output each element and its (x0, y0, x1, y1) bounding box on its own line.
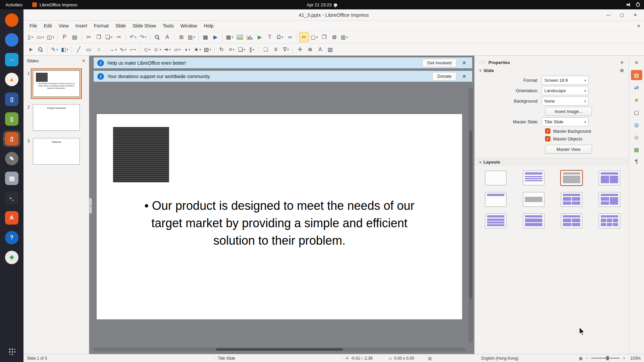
maximize-button[interactable]: ▢ (618, 11, 626, 19)
insert-chart-button[interactable] (245, 32, 255, 42)
horizontal-scrollbar[interactable] (93, 348, 466, 351)
insert-media-button[interactable]: ▶ (255, 32, 265, 42)
dock-ubuntu-software[interactable]: A (3, 210, 20, 226)
find-and-replace-button[interactable] (152, 32, 162, 42)
tab-animation[interactable]: ★ (631, 95, 642, 105)
master-view-button[interactable]: Master View (545, 145, 592, 154)
export-as-pdf-button[interactable]: P (60, 32, 69, 42)
dock-app-grid[interactable] (3, 343, 20, 359)
points-button[interactable]: ✛ (295, 45, 305, 55)
flowchart-shapes-button[interactable]: ▱▾ (172, 45, 182, 55)
vertical-scrollbar-thumb[interactable] (469, 131, 472, 299)
stars-and-banners-button[interactable]: ★▾ (193, 45, 202, 55)
basic-shapes-button[interactable]: ◇▾ (142, 45, 152, 55)
zoom-slider[interactable] (591, 358, 620, 359)
get-involved-button[interactable]: Get involved (422, 59, 457, 67)
horizontal-scrollbar-thumb[interactable] (216, 348, 342, 351)
format-select[interactable]: Screen 16:9 ▾ (542, 76, 589, 85)
zoom-out-icon[interactable]: − (586, 356, 588, 361)
current-app-indicator[interactable]: LibreOffice Impress (32, 2, 77, 7)
close-window-button[interactable]: ✕ (631, 11, 639, 19)
delete-slide-button[interactable]: ⊠ (329, 32, 339, 42)
layout-title-content[interactable] (561, 171, 582, 185)
slide-bullet-text[interactable]: •Our product is designed to meet the nee… (142, 197, 417, 250)
insert-text-box-button[interactable]: T (265, 32, 275, 42)
slide-thumbnail-3[interactable]: 3Features (24, 138, 86, 165)
vertical-scrollbar[interactable] (469, 87, 473, 343)
slide-thumbnail-2[interactable]: 2Product Overview (24, 104, 86, 131)
insert-table-button[interactable]: ▦▾ (225, 32, 234, 42)
curves-and-polygons-button[interactable]: ∿▾ (118, 45, 128, 55)
tab-shapes[interactable]: ◇ (631, 132, 642, 142)
dock-files[interactable]: ▤ (3, 170, 20, 186)
menu-insert[interactable]: Insert (72, 22, 91, 30)
callout-shapes-button[interactable]: ◗▾ (182, 45, 192, 55)
insert-line-button[interactable]: ╱ (74, 45, 84, 55)
distribution-button[interactable]: ∥▾ (247, 45, 257, 55)
dock-libreoffice-writer[interactable]: ▯ (3, 91, 20, 107)
master-slide-status[interactable]: Title Slide (218, 356, 338, 361)
close-infobar-icon[interactable]: ✕ (460, 73, 469, 79)
volume-icon[interactable] (627, 3, 631, 7)
dock-software-updater[interactable]: ❖ (3, 249, 20, 265)
clock-menu[interactable]: Apr 21 23:23 (307, 2, 337, 7)
rectangle-button[interactable]: ▭ (84, 45, 94, 55)
slide-thumb-canvas[interactable]: Features (33, 138, 80, 165)
master-slide-select[interactable]: Title Slide ▾ (542, 117, 589, 126)
menu-window[interactable]: Window (177, 22, 201, 30)
master-slide-button[interactable]: ▩ (201, 32, 210, 42)
3d-objects-button[interactable]: ▧▾ (203, 45, 212, 55)
save-button[interactable]: ◫▾ (46, 32, 55, 42)
document-modified-status[interactable]: ▤ (428, 356, 440, 361)
print-button[interactable]: ▤ (70, 32, 79, 42)
paste-button[interactable]: ❏▾ (104, 32, 114, 42)
crop-image-button[interactable]: # (271, 45, 281, 55)
menu-help[interactable]: Help (201, 22, 217, 30)
layout-title-4-content[interactable] (561, 214, 582, 228)
layout-title-content-and-2-content[interactable] (599, 192, 620, 207)
layout-title-and-2-content[interactable] (599, 171, 620, 185)
connectors-button[interactable]: ⌐▾ (128, 45, 138, 55)
zoom-and-pan-button[interactable] (36, 45, 45, 55)
clone-formatting-button[interactable]: ✑ (114, 32, 124, 42)
activities-button[interactable]: Activities (0, 2, 28, 7)
menu-tools[interactable]: Tools (159, 22, 177, 30)
extrusion-button[interactable]: ▧ (325, 45, 335, 55)
copy-button[interactable]: ❐ (94, 32, 104, 42)
minimize-button[interactable]: — (604, 11, 612, 19)
dock-gimp[interactable]: ✎ (3, 150, 20, 167)
slide-section-header[interactable]: ˅ Slide ⚙ (479, 66, 625, 74)
slide-image[interactable] (113, 127, 169, 182)
dock-libreoffice-impress[interactable]: ▯ (3, 131, 20, 147)
dock-libreoffice-calc[interactable]: ▯ (3, 111, 20, 127)
slide-thumb-canvas[interactable]: Product Overview (33, 104, 80, 131)
rotate-button[interactable]: ↻ (217, 45, 226, 55)
window-titlebar[interactable]: 41_3.pptx - LibreOffice Impress — ▢ ✕ (23, 9, 644, 21)
fit-slide-icon[interactable]: ▣ (579, 356, 583, 361)
sidebar-settings[interactable]: ≡ (631, 58, 642, 68)
start-from-first-slide-button[interactable]: ▶ (211, 32, 220, 42)
section-settings-icon[interactable]: ⚙ (620, 68, 625, 73)
close-document-icon[interactable]: ✕ (637, 23, 641, 28)
tab-styles[interactable]: ¶ (631, 157, 642, 167)
language-status[interactable]: English (Hong Kong) (481, 356, 519, 361)
menu-view[interactable]: View (55, 22, 72, 30)
slide-thumb-canvas[interactable]: • Our product is designed to meet the ne… (33, 70, 80, 97)
slide-thumbnail-1[interactable]: 1• Our product is designed to meet the n… (24, 70, 86, 97)
menu-file[interactable]: File (26, 22, 41, 30)
insert-image-button[interactable] (235, 32, 245, 42)
show-draw-functions-button[interactable]: ✏ (299, 32, 309, 42)
menu-format[interactable]: Format (91, 22, 112, 30)
zoom-in-icon[interactable]: + (623, 356, 625, 361)
master-background-checkbox[interactable]: ✓ (545, 128, 550, 134)
slide-canvas[interactable]: •Our product is designed to meet the nee… (96, 114, 463, 320)
orientation-select[interactable]: Landscape ▾ (542, 86, 589, 95)
dock-thunderbird[interactable] (3, 32, 20, 48)
arrange-button[interactable]: ❏▾ (237, 45, 247, 55)
layout-title-content-over-content[interactable] (523, 214, 544, 228)
collapse-left-pane-handle[interactable]: ◂ (89, 198, 92, 214)
new-document-button[interactable]: ▯▾ (25, 32, 35, 42)
tab-master-slides[interactable]: ▢ (631, 107, 642, 117)
dock-terminal[interactable]: >_ (3, 190, 20, 206)
dock-firefox[interactable] (3, 12, 20, 28)
